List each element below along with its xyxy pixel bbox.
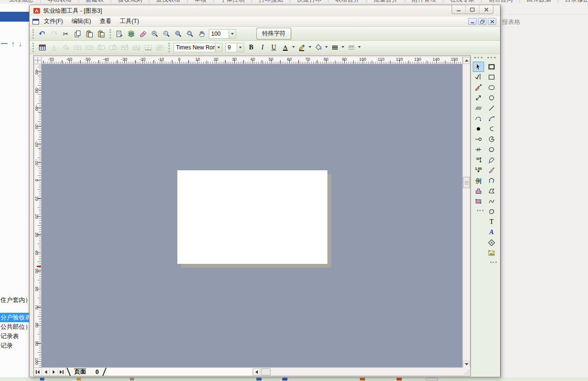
zoom-in-button[interactable]: [149, 28, 160, 40]
insert-row-above-button[interactable]: [119, 42, 130, 53]
squiggle-button[interactable]: [486, 196, 497, 206]
font-name-combo[interactable]: Times New Roman: [174, 43, 222, 52]
pan-hand-button[interactable]: [196, 28, 207, 40]
scroll-down-button[interactable]: [463, 361, 470, 368]
combo-arrow-button[interactable]: [237, 43, 244, 52]
fill-disabled-button[interactable]: [60, 42, 72, 53]
line-style-button[interactable]: [345, 42, 357, 53]
copy-button[interactable]: [72, 28, 83, 40]
minimize-button[interactable]: [452, 5, 466, 14]
text-rotated-button[interactable]: A: [486, 238, 497, 248]
image-button[interactable]: [486, 248, 497, 258]
bg-menu-item[interactable]: 回弹数据: [520, 0, 557, 3]
tree-item[interactable]: 公共部位）: [0, 322, 29, 332]
text-styled-button[interactable]: A: [486, 227, 497, 238]
minus-icon[interactable]: —: [1, 40, 8, 48]
fit-dimension-button[interactable]: [473, 155, 484, 165]
move-button[interactable]: [473, 93, 484, 103]
underline-button[interactable]: U: [268, 42, 279, 53]
insert-row-below-button[interactable]: [130, 42, 142, 53]
drawing-page[interactable]: [177, 170, 327, 264]
title-bar[interactable]: 筑业绘图工具 - [图形3]: [30, 5, 500, 16]
table-grid-button[interactable]: [36, 42, 48, 53]
pie-button[interactable]: [486, 134, 497, 144]
font-color-disabled-button[interactable]: A: [48, 42, 60, 53]
resize-grip[interactable]: [462, 367, 470, 376]
zoom-out-button[interactable]: [160, 28, 172, 40]
line-width-button[interactable]: [329, 42, 341, 53]
horizontal-scrollbar[interactable]: [253, 368, 470, 376]
toolbar-drag-handle[interactable]: [32, 29, 34, 39]
scroll-left-button[interactable]: [253, 368, 260, 375]
arrow-up-icon[interactable]: ↑: [11, 40, 15, 48]
first-page-button[interactable]: [34, 368, 42, 376]
polyline-open-button[interactable]: [486, 175, 497, 186]
copy-page-button[interactable]: [113, 28, 125, 40]
rectangle-button[interactable]: [486, 72, 497, 82]
bg-menu-item[interactable]: 导出表格: [41, 0, 78, 3]
pen-color-dropdown[interactable]: [308, 42, 312, 52]
font-color-button[interactable]: A: [279, 42, 291, 53]
rect-bold-button[interactable]: [486, 62, 497, 72]
redo-button[interactable]: [48, 28, 60, 40]
bg-menu-item[interactable]: 表格合并: [329, 0, 366, 3]
grid-hatch-button[interactable]: [473, 196, 484, 206]
cut-button[interactable]: ✂: [60, 28, 72, 40]
menu-工具(T)[interactable]: 工具(T): [116, 16, 143, 26]
line-button[interactable]: [486, 103, 497, 113]
toolbar-drag-handle[interactable]: [168, 43, 170, 52]
bg-menu-item[interactable]: 目录修正: [559, 0, 588, 3]
pen-color-button[interactable]: [296, 42, 308, 53]
toolbar-resize-grip[interactable]: [490, 260, 497, 263]
zoom-combo[interactable]: 100: [209, 29, 236, 39]
polygon-closed-button[interactable]: [486, 186, 497, 196]
combo-arrow-button[interactable]: [215, 43, 222, 52]
scale-100-button[interactable]: 1.00▼: [473, 165, 484, 175]
merge-cells-button[interactable]: [72, 42, 83, 53]
bg-menu-item[interactable]: 批量合并: [367, 0, 404, 3]
prev-page-button[interactable]: [42, 368, 50, 376]
line-style-dropdown[interactable]: [357, 42, 362, 52]
eraser-button[interactable]: [137, 28, 149, 40]
scroll-up-button[interactable]: [463, 57, 470, 64]
legend-button[interactable]: 例: [473, 175, 484, 186]
brush-button[interactable]: [486, 165, 497, 175]
closed-curve-button[interactable]: [486, 206, 497, 217]
bg-menu-item[interactable]: 附件管理: [405, 0, 442, 3]
drawing-canvas[interactable]: [41, 64, 463, 368]
break-button[interactable]: [473, 144, 484, 155]
table-borders-button[interactable]: [142, 42, 154, 53]
page-tab[interactable]: 页面 0: [66, 368, 107, 376]
maximize-button[interactable]: [466, 5, 479, 14]
fill-color-button[interactable]: [312, 42, 324, 53]
toolbar-drag-handle[interactable]: [32, 43, 34, 52]
paste-format-button[interactable]: [95, 28, 107, 40]
menu-编辑(E)[interactable]: 编辑(E): [67, 16, 95, 26]
tree-item[interactable]: 记录: [0, 341, 29, 350]
horizontal-scroll-thumb[interactable]: [261, 368, 270, 375]
child-restore-button[interactable]: [478, 18, 486, 25]
menu-文件(F)[interactable]: 文件(F): [40, 16, 67, 26]
region-hatch-button[interactable]: [473, 186, 484, 196]
tree-item[interactable]: 分户验收表: [0, 313, 29, 322]
open-curve-button[interactable]: [486, 124, 497, 134]
toolbar-drag-handle[interactable]: [110, 29, 111, 39]
circle-button[interactable]: [486, 93, 497, 103]
child-close-button[interactable]: [488, 18, 496, 25]
zoom-region-button[interactable]: [184, 28, 196, 40]
combo-arrow-button[interactable]: [229, 30, 236, 38]
arc-button[interactable]: [486, 113, 497, 124]
pen-button[interactable]: [486, 155, 497, 165]
bg-menu-item[interactable]: 验收规则: [111, 0, 148, 3]
bg-menu-item[interactable]: 字体控制: [214, 0, 251, 3]
text-button[interactable]: T: [486, 217, 497, 227]
toolbar-resize-grip[interactable]: [477, 208, 484, 211]
special-characters-button[interactable]: 特殊字符: [256, 28, 291, 40]
node-edit-button[interactable]: [473, 72, 484, 82]
italic-button[interactable]: I: [257, 42, 268, 53]
tree-item[interactable]: 记录表: [0, 332, 29, 341]
undo-button[interactable]: [36, 28, 48, 40]
font-color-dropdown[interactable]: [291, 42, 296, 52]
child-minimize-button[interactable]: [468, 18, 477, 25]
split-cells-button[interactable]: [83, 42, 95, 53]
